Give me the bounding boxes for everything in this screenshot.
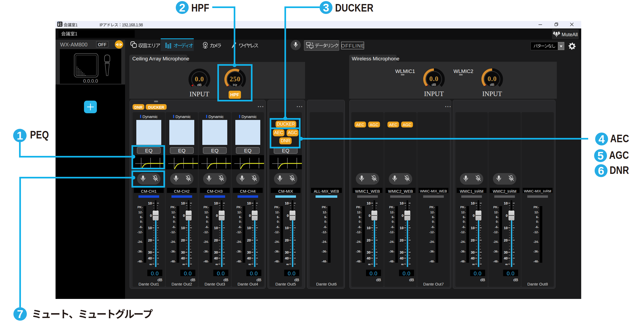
svg-text:dB: dB: [490, 83, 495, 87]
svg-text:dB: dB: [197, 83, 202, 87]
svg-text:0.0: 0.0: [429, 75, 438, 82]
svg-text:0.0: 0.0: [488, 75, 497, 82]
svg-text:dB: dB: [432, 83, 436, 87]
svg-text:0.0: 0.0: [195, 75, 204, 83]
